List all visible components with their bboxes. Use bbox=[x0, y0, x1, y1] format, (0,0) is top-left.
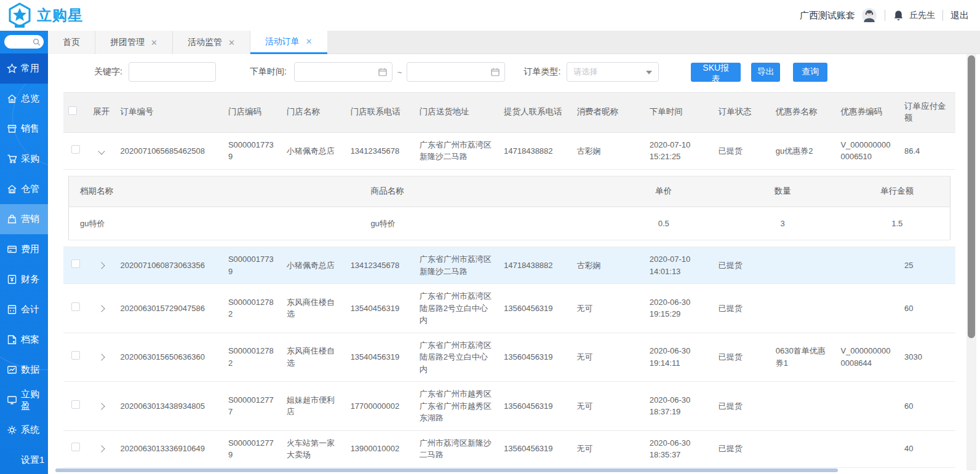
table-row[interactable]: 2020063013438934805S0000012777姐妹超市便利店177… bbox=[63, 382, 955, 431]
row-checkbox-cell bbox=[63, 247, 88, 284]
avatar[interactable] bbox=[861, 7, 877, 23]
range-separator: ~ bbox=[397, 68, 402, 77]
column-header: 门店编码 bbox=[223, 93, 282, 133]
sidebar-item-9[interactable]: 会计 bbox=[0, 294, 48, 325]
cell-amount: 40 bbox=[899, 430, 955, 467]
vertical-scrollbar[interactable] bbox=[966, 54, 976, 470]
table-row[interactable]: 2020063015650636360S0000012782东风商住楼自选135… bbox=[63, 333, 955, 382]
cell-store-name: 小猪佩奇总店 bbox=[282, 132, 346, 169]
store-icon bbox=[7, 124, 17, 134]
column-header: 优惠券编码 bbox=[835, 93, 899, 133]
date-to-input[interactable] bbox=[407, 62, 505, 82]
order-type-label: 订单类型: bbox=[524, 66, 560, 77]
sidebar-item-5[interactable]: 仓管 bbox=[0, 174, 48, 204]
sidebar-item-3[interactable]: 销售 bbox=[0, 114, 48, 144]
row-checkbox[interactable] bbox=[71, 351, 80, 360]
monitor-icon bbox=[7, 395, 17, 405]
cell-order-time: 2020-07-10 15:21:25 bbox=[645, 132, 714, 169]
sidebar-item-1[interactable]: 常用 bbox=[0, 53, 48, 84]
column-header: 门店联系电话 bbox=[346, 93, 415, 133]
cell-nickname: 无可 bbox=[572, 333, 644, 382]
cell-store-code: S0000017739 bbox=[223, 247, 282, 284]
sidebar-item-10[interactable]: 档案 bbox=[0, 325, 48, 355]
tab-bar: 首页拼团管理✕活动监管✕活动订单✕ bbox=[48, 31, 980, 54]
user-name[interactable]: 丘先生 bbox=[909, 10, 935, 21]
tab-4[interactable]: 活动订单✕ bbox=[250, 31, 327, 54]
cell-amount: 60 bbox=[899, 382, 955, 431]
row-checkbox[interactable] bbox=[71, 400, 80, 409]
sidebar-item-label: 仓管 bbox=[21, 183, 39, 195]
cell-order-no: 2020071065685462508 bbox=[116, 132, 223, 169]
table-row[interactable]: 2020071060873063356S0000017739小猪佩奇总店1341… bbox=[63, 247, 955, 284]
close-icon[interactable]: ✕ bbox=[228, 38, 235, 47]
chevron-right-icon[interactable] bbox=[98, 305, 105, 312]
row-checkbox[interactable] bbox=[71, 302, 80, 311]
horizontal-scrollbar-thumb[interactable] bbox=[55, 468, 838, 472]
cell-order-time: 2020-06-30 18:35:37 bbox=[645, 430, 714, 467]
archive-icon bbox=[7, 334, 17, 345]
cell-order-no: 2020063015729047586 bbox=[116, 284, 223, 333]
notification-bell-icon[interactable] bbox=[893, 10, 904, 22]
cell-status: 已提货 bbox=[714, 247, 771, 284]
account-name[interactable]: 广西测试账套 bbox=[800, 10, 855, 22]
sidebar-item-8[interactable]: 财务 bbox=[0, 264, 48, 294]
sidebar-item-4[interactable]: 采购 bbox=[0, 144, 48, 174]
subtable-column-header: 单行金额 bbox=[845, 176, 950, 207]
table-row[interactable]: 2020071065685462508S0000017739小猪佩奇总店1341… bbox=[63, 132, 955, 169]
sidebar-item-6[interactable]: 营销 bbox=[0, 204, 48, 234]
sidebar-search-input[interactable] bbox=[4, 35, 44, 49]
column-header: 提货人联系电话 bbox=[499, 93, 572, 133]
tab-1[interactable]: 首页 bbox=[48, 31, 95, 54]
sidebar-item-14[interactable]: 设置1 bbox=[0, 445, 48, 474]
chevron-down-icon[interactable] bbox=[98, 148, 105, 154]
row-checkbox[interactable] bbox=[71, 443, 80, 451]
cell-coupon-name bbox=[771, 247, 836, 284]
keyword-input[interactable] bbox=[129, 62, 216, 82]
table-row[interactable]: 2020063013336910649S0000012779火车站第一家大卖场1… bbox=[63, 430, 955, 467]
chevron-right-icon[interactable] bbox=[98, 354, 105, 361]
table-row[interactable]: 2020063015729047586S0000012782东风商住楼自选135… bbox=[63, 284, 955, 333]
cell-address: 广东省广州市荔湾区新隆沙二马路 bbox=[415, 247, 499, 284]
sidebar-item-7[interactable]: 费用 bbox=[0, 234, 48, 264]
row-checkbox[interactable] bbox=[71, 259, 80, 268]
sidebar-item-12[interactable]: 立购盈 bbox=[0, 385, 48, 415]
query-button[interactable]: 查询 bbox=[793, 63, 827, 82]
vertical-scrollbar-thumb[interactable] bbox=[968, 55, 975, 338]
sidebar-item-11[interactable]: 数据 bbox=[0, 355, 48, 385]
order-items-subtable: 档期名称商品名称单价数量单行金额gu特价gu特价0.531.5 bbox=[68, 176, 950, 240]
close-icon[interactable]: ✕ bbox=[151, 38, 157, 47]
cell-picker-phone: 13560456319 bbox=[499, 333, 572, 382]
sidebar-item-2[interactable]: 总览 bbox=[0, 84, 48, 114]
tab-3[interactable]: 活动监管✕ bbox=[173, 31, 250, 54]
order-type-select[interactable]: 请选择 bbox=[567, 62, 659, 82]
expand-cell bbox=[88, 284, 115, 333]
cell-store-name: 东风商住楼自选 bbox=[282, 284, 346, 333]
gear-icon bbox=[7, 425, 17, 435]
cell-coupon-code bbox=[835, 247, 899, 284]
cell-store-code: S0000017739 bbox=[223, 132, 282, 169]
chevron-right-icon[interactable] bbox=[98, 403, 105, 409]
cell-amount: 60 bbox=[899, 284, 955, 333]
cell-amount: 23 bbox=[899, 467, 955, 474]
row-checkbox[interactable] bbox=[71, 145, 80, 154]
table-header-row: 展开订单编号门店编码门店名称门店联系电话门店送货地址提货人联系电话消费者昵称下单… bbox=[63, 93, 955, 133]
sku-report-button[interactable]: SKU报表 bbox=[691, 63, 741, 82]
sidebar-item-13[interactable]: 系统 bbox=[0, 415, 48, 445]
date-from-input[interactable] bbox=[294, 62, 392, 82]
expand-cell bbox=[88, 382, 115, 431]
export-button[interactable]: 导出 bbox=[751, 63, 780, 82]
chevron-right-icon[interactable] bbox=[98, 446, 105, 452]
header-divider bbox=[942, 10, 943, 21]
logout-button[interactable]: 退出 bbox=[950, 10, 969, 22]
horizontal-scrollbar[interactable] bbox=[55, 468, 906, 472]
cell-coupon-code bbox=[835, 284, 899, 333]
cart-icon bbox=[7, 154, 17, 164]
search-icon bbox=[33, 38, 41, 46]
subtable-column-header: 单价 bbox=[607, 176, 721, 207]
tab-2[interactable]: 拼团管理✕ bbox=[95, 31, 173, 54]
cell-store-name: 火车站第一家大卖场 bbox=[282, 430, 346, 467]
column-header: 下单时间 bbox=[645, 93, 714, 133]
select-all-checkbox[interactable] bbox=[68, 106, 77, 115]
close-icon[interactable]: ✕ bbox=[306, 37, 313, 46]
chevron-right-icon[interactable] bbox=[98, 262, 105, 269]
